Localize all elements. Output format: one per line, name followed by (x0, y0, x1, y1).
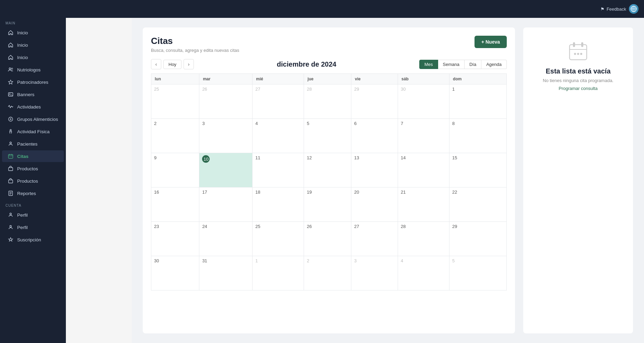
profile-icon-2 (8, 224, 14, 230)
sidebar-item-suscripcion[interactable]: Suscripción (2, 234, 64, 245)
calendar-day-cell[interactable]: 16 (151, 187, 199, 222)
calendar-day-cell[interactable]: 29 (351, 84, 398, 119)
fitness-icon (8, 128, 14, 135)
sidebar-item-label: Banners (17, 92, 34, 97)
calendar-day-number: 25 (154, 87, 159, 92)
sidebar-item-perfil-2[interactable]: Perfil (2, 221, 64, 233)
star-icon (8, 79, 14, 85)
sidebar-item-perfil-1[interactable]: Perfil (2, 209, 64, 221)
today-button[interactable]: Hoy (163, 60, 182, 69)
next-month-button[interactable]: › (184, 59, 194, 69)
calendar-day-cell[interactable]: 6 (351, 119, 398, 153)
calendar-day-cell[interactable]: 15 (449, 153, 507, 187)
language-globe[interactable] (629, 4, 639, 14)
calendar-week-row: 9101112131415 (151, 153, 507, 187)
sidebar-item-actividad-fisica[interactable]: Actividad Física (2, 126, 64, 137)
prev-month-button[interactable]: ‹ (151, 59, 161, 69)
calendar-day-cell[interactable]: 23 (151, 222, 199, 256)
calendar-day-cell[interactable]: 8 (449, 119, 507, 153)
calendar-day-cell[interactable]: 29 (449, 222, 507, 256)
calendar-day-cell[interactable]: 5 (449, 256, 507, 290)
sidebar-item-label: Reportes (17, 191, 36, 196)
calendar-day-cell[interactable]: 21 (398, 187, 449, 222)
product-icon (8, 165, 14, 172)
calendar-day-number: 28 (307, 87, 312, 92)
empty-panel-title: Esta lista está vacía (546, 67, 610, 75)
calendar-day-cell[interactable]: 31 (199, 256, 253, 290)
calendar-day-cell[interactable]: 30 (151, 256, 199, 290)
calendar-day-number: 26 (202, 87, 207, 92)
view-mes-button[interactable]: Mes (419, 60, 438, 69)
sidebar-item-inicio-2[interactable]: Inicio (2, 39, 64, 51)
patient-icon (8, 141, 14, 147)
calendar-view-buttons: Mes Semana Día Agenda (419, 60, 507, 69)
calendar-day-cell[interactable]: 13 (351, 153, 398, 187)
sidebar-item-inicio-1[interactable]: Inicio (2, 27, 64, 38)
sidebar-item-nutriologos[interactable]: Nutriologos (2, 64, 64, 76)
calendar-day-cell[interactable]: 28 (398, 222, 449, 256)
programar-consulta-link[interactable]: Programar consulta (559, 86, 597, 91)
calendar-day-cell[interactable]: 12 (304, 153, 351, 187)
calendar-day-cell[interactable]: 4 (398, 256, 449, 290)
sidebar-item-reportes[interactable]: Reportes (2, 187, 64, 199)
calendar-nav: ‹ Hoy › (151, 59, 194, 69)
calendar-day-cell[interactable]: 3 (351, 256, 398, 290)
calendar-day-number: 3 (202, 121, 204, 126)
calendar-day-number: 21 (401, 190, 406, 195)
calendar-day-cell[interactable]: 26 (199, 84, 253, 119)
calendar-day-cell[interactable]: 26 (304, 222, 351, 256)
sidebar-item-pacientes[interactable]: Pacientes (2, 138, 64, 150)
view-semana-button[interactable]: Semana (438, 60, 465, 69)
calendar-day-number: 26 (307, 224, 312, 229)
sidebar-item-productos-1[interactable]: Productos (2, 163, 64, 174)
calendar-day-number: 27 (255, 87, 260, 92)
svg-rect-24 (570, 45, 587, 60)
calendar-day-cell[interactable]: 20 (351, 187, 398, 222)
calendar-day-cell[interactable]: 30 (398, 84, 449, 119)
calendar-day-cell[interactable]: 11 (253, 153, 304, 187)
calendar-day-cell[interactable]: 28 (304, 84, 351, 119)
svg-rect-26 (581, 42, 583, 47)
calendar-day-cell[interactable]: 14 (398, 153, 449, 187)
view-agenda-button[interactable]: Agenda (481, 60, 507, 69)
sidebar-item-grupos-alimenticios[interactable]: Grupos Alimenticios (2, 113, 64, 125)
calendar-day-number: 6 (354, 121, 356, 126)
calendar-day-cell[interactable]: 3 (199, 119, 253, 153)
calendar-day-cell[interactable]: 10 (199, 153, 253, 187)
calendar-day-cell[interactable]: 2 (151, 119, 199, 153)
sidebar-item-inicio-3[interactable]: Inicio (2, 52, 64, 63)
home-icon-2 (8, 42, 14, 48)
sidebar-item-patrocinadores[interactable]: Patrocinadores (2, 76, 64, 88)
calendar-day-cell[interactable]: 1 (449, 84, 507, 119)
calendar-day-number: 28 (401, 224, 406, 229)
view-dia-button[interactable]: Día (465, 60, 481, 69)
calendar-day-cell[interactable]: 27 (351, 222, 398, 256)
calendar-day-cell[interactable]: 19 (304, 187, 351, 222)
sidebar-item-actividades[interactable]: Actividades (2, 101, 64, 113)
calendar-day-cell[interactable]: 18 (253, 187, 304, 222)
sidebar-item-label: Pacientes (17, 141, 37, 147)
calendar-day-cell[interactable]: 22 (449, 187, 507, 222)
calendar-day-cell[interactable]: 2 (304, 256, 351, 290)
calendar-day-cell[interactable]: 7 (398, 119, 449, 153)
subscription-icon (8, 237, 14, 243)
calendar-day-cell[interactable]: 9 (151, 153, 199, 187)
calendar-day-cell[interactable]: 25 (253, 222, 304, 256)
feedback-link[interactable]: ⚑ Feedback (600, 7, 626, 12)
calendar-day-cell[interactable]: 1 (253, 256, 304, 290)
svg-point-10 (10, 129, 11, 131)
sidebar-item-citas[interactable]: Citas (2, 150, 64, 162)
calendar-day-number: 2 (154, 121, 156, 126)
nueva-button[interactable]: + Nueva (475, 36, 507, 48)
calendar-day-cell[interactable]: 25 (151, 84, 199, 119)
calendar-day-cell[interactable]: 5 (304, 119, 351, 153)
calendar-day-number: 1 (255, 258, 258, 263)
home-icon-3 (8, 54, 14, 60)
calendar-day-cell[interactable]: 24 (199, 222, 253, 256)
sidebar-item-productos-2[interactable]: Productos (2, 175, 64, 187)
calendar-day-number: 15 (452, 155, 457, 160)
sidebar-item-banners[interactable]: Banners (2, 89, 64, 100)
calendar-day-cell[interactable]: 4 (253, 119, 304, 153)
calendar-day-cell[interactable]: 27 (253, 84, 304, 119)
calendar-day-cell[interactable]: 17 (199, 187, 253, 222)
